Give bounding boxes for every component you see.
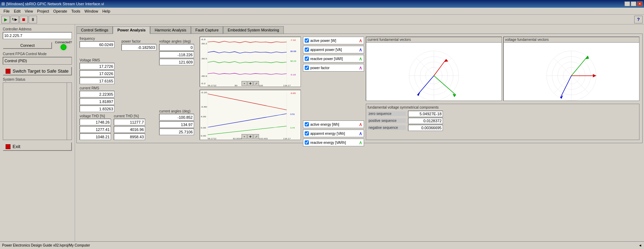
svg-text:-0.80: -0.80: [201, 106, 207, 108]
menubar: File Edit View Project Operate Tools Win…: [0, 8, 644, 15]
voltage-angle-3[interactable]: [159, 59, 194, 65]
power-factor-checkbox[interactable]: [305, 66, 309, 70]
connected-label: Connected?: [55, 41, 72, 44]
svg-text:38.23: 38.23: [290, 60, 296, 62]
svg-text:-38.9: -38.9: [201, 75, 207, 77]
current-rms-3[interactable]: [80, 105, 114, 112]
close-button[interactable]: ✕: [637, 1, 643, 6]
power-factor-check-row: power factor ∧: [303, 64, 364, 72]
controller-address-label: Controller Address: [3, 27, 72, 31]
current-angle-3[interactable]: [159, 129, 194, 135]
tab-fault-capture[interactable]: Fault Capture: [191, 26, 223, 34]
positive-sequence-value[interactable]: [408, 118, 443, 124]
connect-button[interactable]: Connect: [3, 42, 52, 49]
menu-help[interactable]: Help: [100, 8, 112, 14]
active-energy-checkbox[interactable]: [305, 122, 309, 126]
svg-text:-39.2: -39.2: [201, 43, 207, 45]
tab-power-analysis[interactable]: Power Analysis: [113, 26, 150, 34]
chart1-zoom-button[interactable]: +: [242, 81, 247, 86]
active-power-icon: ∧: [359, 38, 362, 43]
voltage-rms-3[interactable]: [80, 78, 114, 84]
current-thd-2[interactable]: [114, 126, 145, 133]
voltage-thd-3[interactable]: [80, 133, 111, 140]
positive-sequence-label: positive sequence: [368, 118, 406, 123]
abort-button[interactable]: ⏹: [20, 16, 28, 23]
svg-line-39: [434, 59, 446, 75]
svg-text:-0.65: -0.65: [290, 93, 296, 94]
chart2-reset-button[interactable]: ⤢: [253, 134, 259, 139]
vectors-column: current fundamental vectors: [366, 37, 639, 140]
voltage-rms-2[interactable]: [80, 70, 114, 77]
tab-harmonic-analysis[interactable]: Harmonic Analysis: [150, 26, 191, 34]
safe-state-led: [6, 69, 10, 74]
current-angle-2[interactable]: [159, 121, 194, 128]
menu-file[interactable]: File: [1, 8, 12, 14]
tab-embedded-monitoring[interactable]: Embedded System Monitoring: [223, 26, 283, 34]
chart2-zoom-button[interactable]: +: [242, 134, 247, 139]
menu-edit[interactable]: Edit: [12, 8, 23, 14]
active-power-checkbox[interactable]: [305, 38, 309, 43]
menu-window[interactable]: Window: [82, 8, 100, 14]
svg-text:-0.20: -0.20: [201, 91, 207, 94]
current-vectors-title: current fundamental vectors: [366, 37, 502, 43]
voltage-vectors-svg: [504, 43, 639, 101]
tab-control-settings[interactable]: Control Settings: [76, 26, 113, 34]
energy-chart-svg: -0.20 -0.80 4.00 0.00 0.00 56.1712 82.00…: [200, 90, 301, 140]
chart1-pan-button[interactable]: ✥: [247, 81, 253, 86]
current-thd-1[interactable]: [114, 119, 145, 125]
svg-text:38.88: 38.88: [290, 50, 296, 52]
active-energy-icon: ∧: [359, 122, 362, 127]
exit-button[interactable]: Exit: [3, 142, 72, 151]
pause-button[interactable]: ⏸: [29, 16, 37, 23]
menu-view[interactable]: View: [23, 8, 35, 14]
titlebar-controls: _ □ ✕: [624, 1, 643, 6]
reactive-energy-checkbox[interactable]: [305, 140, 309, 145]
power-factor-check-label: power factor: [310, 66, 357, 70]
apparent-power-checkbox[interactable]: [305, 47, 309, 52]
chart1-reset-button[interactable]: ⤢: [253, 81, 259, 86]
run-continuous-button[interactable]: ↻▶: [10, 16, 19, 23]
system-status-box: [3, 82, 72, 140]
svg-text:0.00: 0.00: [201, 135, 206, 137]
voltage-rms-1[interactable]: [80, 63, 114, 69]
safe-state-button[interactable]: Switch Target to Safe State: [3, 67, 72, 75]
current-rms-1[interactable]: [80, 91, 114, 97]
menu-tools[interactable]: Tools: [69, 8, 82, 14]
menu-project[interactable]: Project: [35, 8, 51, 14]
voltage-angle-2[interactable]: [159, 51, 194, 58]
negative-sequence-value[interactable]: [408, 125, 443, 131]
frequency-value[interactable]: [80, 41, 114, 48]
power-checks-section: active power [W] ∧ apparent power [VA] ∧…: [303, 37, 364, 72]
reactive-energy-check-row: reactive energy [VARh] ∧: [303, 139, 364, 146]
chart2-pan-button[interactable]: ✥: [247, 134, 253, 139]
current-angle-1[interactable]: [159, 114, 194, 120]
menu-operate[interactable]: Operate: [51, 8, 69, 14]
svg-text:0.00: 0.00: [201, 127, 206, 129]
reactive-power-checkbox[interactable]: [305, 57, 309, 61]
controller-address-input[interactable]: [3, 32, 72, 39]
power-factor-value[interactable]: [121, 44, 156, 51]
apparent-power-check-row: apparent power [VA] ∧: [303, 46, 364, 53]
run-button[interactable]: ▶: [1, 16, 10, 23]
current-rms-2[interactable]: [80, 98, 114, 105]
voltage-angle-1[interactable]: [159, 44, 194, 51]
svg-text:3.51: 3.51: [290, 113, 295, 115]
help-button[interactable]: ?: [634, 16, 643, 23]
power-chart-svg: -6.9 -39.2 -38.5 -38.9 -0.2 56.1712 80 1…: [200, 37, 301, 87]
svg-text:56.1712: 56.1712: [208, 138, 217, 139]
svg-text:116.17: 116.17: [283, 85, 291, 86]
voltage-thd-1[interactable]: [80, 119, 111, 125]
current-thd-3[interactable]: [114, 133, 145, 140]
voltage-vectors-title: voltage fundamental vectors: [504, 37, 639, 43]
system-status-scrollbar[interactable]: [67, 83, 72, 140]
minimize-button[interactable]: _: [624, 1, 630, 6]
energy-chart: -0.20 -0.80 4.00 0.00 0.00 56.1712 82.00…: [200, 90, 301, 140]
apparent-energy-checkbox[interactable]: [305, 131, 309, 136]
fpga-mode-label: Current FPGA Control Mode: [3, 52, 72, 56]
voltage-angles-label: voltage angles (deg): [159, 39, 194, 43]
maximize-button[interactable]: □: [631, 1, 636, 6]
voltage-thd-2[interactable]: [80, 126, 111, 133]
zero-sequence-value[interactable]: [408, 111, 443, 117]
svg-text:-0.18: -0.18: [290, 74, 296, 76]
tab-content: frequency power factor Voltage RMS: [76, 34, 643, 143]
